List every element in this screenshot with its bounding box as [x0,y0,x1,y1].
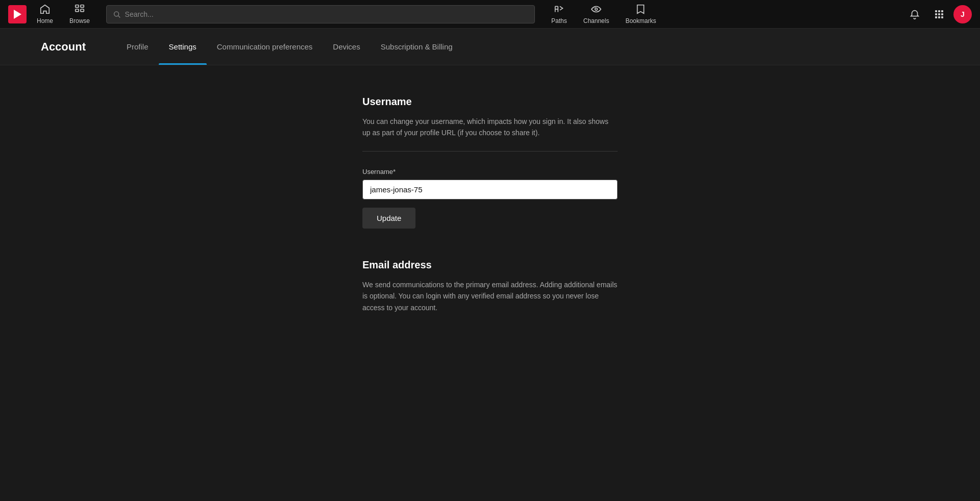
notifications-button[interactable] [904,4,925,24]
svg-rect-0 [76,5,79,8]
tab-profile[interactable]: Profile [116,29,159,65]
svg-rect-1 [81,5,84,8]
email-section-description: We send communications to the primary em… [362,279,618,313]
svg-rect-3 [81,9,84,12]
paths-icon [553,4,565,16]
account-header: Account Profile Settings Communication p… [0,29,980,65]
search-icon [113,10,121,18]
nav-bookmarks-label: Bookmarks [625,17,656,24]
search-input[interactable] [125,10,528,18]
tab-settings[interactable]: Settings [159,29,207,65]
bookmarks-icon [635,4,646,16]
nav-right-actions: J [904,4,972,24]
nav-home-label: Home [37,17,53,24]
tab-billing[interactable]: Subscription & Billing [371,29,463,65]
svg-point-4 [114,11,119,16]
username-field-label: Username* [362,168,618,176]
account-tabs: Profile Settings Communication preferenc… [116,29,463,65]
home-icon [39,4,51,16]
svg-line-5 [118,15,120,17]
tab-devices[interactable]: Devices [323,29,370,65]
nav-paths[interactable]: Paths [545,1,573,28]
update-username-button[interactable]: Update [362,208,415,229]
channels-icon [591,4,602,16]
nav-home[interactable]: Home [31,1,59,28]
grid-icon [935,10,943,18]
tab-communication[interactable]: Communication preferences [207,29,323,65]
search-bar[interactable] [106,5,535,23]
section-divider [362,151,618,152]
user-avatar[interactable]: J [953,5,972,23]
svg-point-6 [595,8,598,11]
logo-button[interactable] [8,5,27,23]
email-section-title: Email address [362,259,618,271]
nav-channels[interactable]: Channels [577,1,616,28]
username-section-title: Username [362,96,618,108]
nav-bookmarks[interactable]: Bookmarks [619,1,662,28]
nav-browse[interactable]: Browse [63,1,96,28]
bell-icon [909,9,920,20]
browse-icon [74,4,85,16]
nav-paths-label: Paths [551,17,567,24]
account-title: Account [41,40,86,54]
nav-channels-label: Channels [583,17,609,24]
username-input[interactable] [362,180,618,199]
username-section-description: You can change your username, which impa… [362,116,618,139]
svg-rect-2 [76,9,79,12]
nav-browse-label: Browse [69,17,90,24]
username-section: Username You can change your username, w… [362,96,618,229]
logo-icon [14,10,21,19]
main-content: Username You can change your username, w… [0,65,980,387]
email-section: Email address We send communications to … [362,259,618,325]
apps-button[interactable] [929,4,949,24]
top-navigation: Home Browse P [0,0,980,29]
